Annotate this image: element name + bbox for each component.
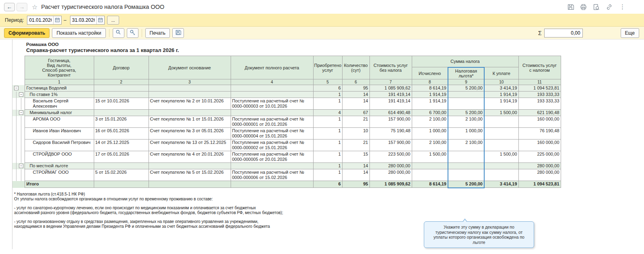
value-cell[interactable]: 1 (313, 139, 342, 151)
value-cell[interactable]: 1 914,19 (412, 92, 448, 98)
value-cell[interactable] (484, 116, 518, 128)
value-cell[interactable]: Поступление на расчетный счет № 0000-000… (231, 151, 313, 163)
value-cell[interactable]: 1 914,19 (412, 98, 448, 110)
column-number[interactable]: 2 (94, 79, 149, 85)
value-cell[interactable]: 76 190,48 (518, 128, 561, 139)
row-label-cell[interactable]: Васильев Сергей Алексеевич (25, 98, 94, 110)
save-icon[interactable] (567, 4, 574, 10)
row-label-cell[interactable]: Гостиница Водолей (25, 85, 94, 92)
column-header-tax-group[interactable]: Сумма налога (412, 56, 518, 67)
value-cell[interactable] (94, 92, 149, 98)
preview-icon[interactable] (593, 4, 600, 10)
value-cell[interactable]: Счет покупателю № 3 от 05.01.2026 (149, 128, 231, 139)
value-cell[interactable]: 1 (313, 163, 342, 169)
value-cell[interactable]: 75 190,48 (369, 128, 412, 139)
value-cell[interactable]: 15 (342, 151, 369, 163)
column-header[interactable]: Документ полного расчета (231, 56, 313, 79)
column-number[interactable]: 10 (484, 79, 518, 85)
value-cell[interactable] (231, 92, 313, 98)
column-header[interactable]: Документ основание (149, 56, 231, 79)
value-cell[interactable] (149, 92, 231, 98)
value-cell[interactable]: 280 000,00 (369, 163, 412, 169)
value-cell[interactable]: 1 500,00 (484, 110, 518, 116)
more-menu-icon[interactable]: ⋮ (619, 3, 626, 10)
column-number[interactable]: 8 (412, 79, 448, 85)
value-cell[interactable] (231, 110, 313, 116)
column-header[interactable]: Договор (94, 56, 149, 79)
value-cell[interactable] (231, 163, 313, 169)
print-icon[interactable] (580, 4, 587, 10)
column-number[interactable]: 3 (149, 79, 231, 85)
value-cell[interactable]: 157 900,00 (369, 116, 412, 128)
value-cell[interactable]: 157 900,00 (369, 139, 412, 151)
column-number[interactable]: 9 (448, 79, 484, 85)
column-header[interactable]: Стоимость услуг с налогом (518, 56, 561, 79)
value-cell[interactable]: 5 от 15.02.2026 (94, 169, 149, 181)
value-cell[interactable]: 6 (313, 181, 342, 188)
value-cell[interactable]: 14 от 25.12.2025 (94, 139, 149, 151)
value-cell[interactable]: 4 (313, 110, 342, 116)
value-cell[interactable]: 14 (342, 169, 369, 181)
value-cell[interactable]: 6 700,00 (412, 110, 448, 116)
value-cell[interactable] (448, 151, 484, 163)
value-cell[interactable] (94, 85, 149, 92)
value-cell[interactable]: 225 000,00 (518, 151, 561, 163)
value-cell[interactable]: 3 от 15.01.2026 (94, 116, 149, 128)
value-cell[interactable] (484, 169, 518, 181)
column-header[interactable]: Количество (сут) (342, 56, 369, 79)
value-cell[interactable]: 280 000,00 (518, 163, 561, 169)
value-cell[interactable]: 1 (313, 151, 342, 163)
value-cell[interactable]: 614 490,48 (369, 110, 412, 116)
column-header[interactable]: Приобретено услуг (313, 56, 342, 79)
value-cell[interactable]: 1 500,00 (484, 151, 518, 163)
value-cell[interactable]: 1 914,19 (484, 92, 518, 98)
value-cell[interactable]: 193 333,33 (518, 92, 561, 98)
value-cell[interactable] (149, 181, 231, 188)
value-cell[interactable] (484, 128, 518, 139)
column-number[interactable]: 1 (25, 79, 94, 85)
row-label-cell[interactable]: По местной льготе (25, 163, 94, 169)
calendar-icon[interactable] (96, 16, 104, 24)
show-settings-button[interactable]: Показать настройки (52, 28, 105, 38)
value-cell[interactable]: 1 085 909,62 (369, 181, 412, 188)
period-from-input[interactable] (27, 16, 53, 24)
value-cell[interactable]: 17 от 05.01.2026 (94, 151, 149, 163)
value-cell[interactable]: Поступление на расчетный счет № 0000-000… (231, 139, 313, 151)
print-button[interactable]: Печать (145, 28, 170, 38)
value-cell[interactable]: 160 000,00 (518, 116, 561, 128)
column-header-exemption[interactable]: Налоговая льгота* (448, 67, 484, 79)
value-cell[interactable]: 95 (342, 181, 369, 188)
column-number[interactable]: 11 (518, 79, 561, 85)
value-cell[interactable]: 6 (313, 85, 342, 92)
value-cell[interactable]: 191 419,14 (369, 98, 412, 110)
value-cell[interactable] (149, 85, 231, 92)
value-cell[interactable] (484, 163, 518, 169)
column-header[interactable]: Исчислено (412, 67, 448, 79)
value-cell[interactable]: 14 (342, 163, 369, 169)
value-cell[interactable]: 14 (342, 98, 369, 110)
value-cell[interactable]: 2 100,00 (412, 139, 448, 151)
value-cell[interactable]: 1 500,00 (412, 151, 448, 163)
value-cell[interactable]: 3 414,19 (484, 181, 518, 188)
link-icon[interactable] (606, 4, 613, 10)
value-cell[interactable]: 191 419,14 (369, 92, 412, 98)
collapse-group-button[interactable]: − (19, 92, 23, 97)
search-next-button[interactable] (127, 28, 138, 38)
value-cell[interactable]: Счет покупателю № 2 от 10.01.2026 (149, 98, 231, 110)
value-cell[interactable]: 95 (342, 85, 369, 92)
value-cell[interactable]: Счет покупателю № 4 от 20.01.2026 (149, 151, 231, 163)
column-header[interactable]: Стоимость услуг без налога (369, 56, 412, 79)
value-cell[interactable]: 5 200,00 (448, 85, 484, 92)
value-cell[interactable]: Счет покупателю № 13 от 25.12.2025 (149, 139, 231, 151)
value-cell[interactable] (94, 110, 149, 116)
value-cell[interactable]: 1 000,00 (412, 128, 448, 139)
value-cell[interactable] (412, 169, 448, 181)
column-number[interactable]: 7 (369, 79, 412, 85)
value-cell[interactable]: Счет покупателю № 5 от 15.02.2026 (149, 169, 231, 181)
favorite-star-icon[interactable]: ☆ (32, 3, 37, 11)
value-cell[interactable]: 1 914,19 (484, 98, 518, 110)
sum-field[interactable] (544, 29, 583, 37)
value-cell[interactable]: 2 100,00 (448, 139, 484, 151)
value-cell[interactable]: 21 (342, 116, 369, 128)
value-cell[interactable] (94, 181, 149, 188)
